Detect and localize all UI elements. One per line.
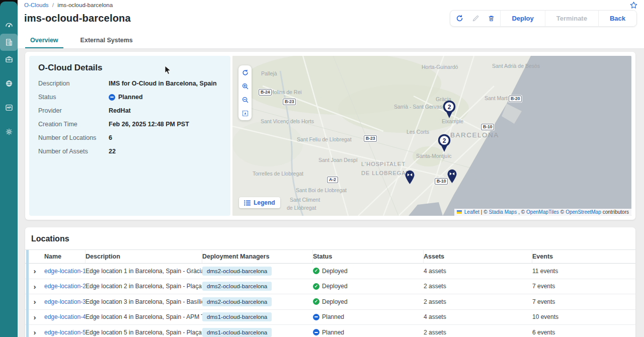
cell-status: Planned: [313, 313, 424, 320]
cell-assets: 2 assets: [424, 329, 532, 336]
cell-description: Edge location 1 in Barcelona, Spain - Gr…: [86, 268, 202, 275]
map-place-label: Les Corts: [407, 129, 429, 135]
map-zoom-in-icon[interactable]: [240, 81, 250, 91]
map-place-label: Sant Joan Despí: [318, 157, 358, 163]
cell-deployment-manager: dms2-ocloud-barcelona: [202, 297, 313, 306]
edit-pencil-icon[interactable]: [472, 15, 479, 22]
details-rows: DescriptionIMS for O-Cloud in Barcelona,…: [38, 80, 221, 155]
legend-button[interactable]: Legend: [239, 197, 280, 208]
deploy-button[interactable]: Deploy: [500, 11, 544, 26]
sidebar: [0, 2, 18, 337]
location-marker-pin[interactable]: [447, 169, 457, 186]
locations-table: Name Description Deployment Managers Sta…: [25, 249, 635, 337]
locations-card: Locations Name Description Deployment Ma…: [25, 227, 635, 337]
cluster-marker-pin[interactable]: 2: [442, 100, 456, 121]
map-place-label: DE LLOBREGAT: [361, 170, 410, 176]
detail-value: IMS for O-Cloud in Barcelona, Spain: [109, 80, 217, 87]
map-controls: [238, 65, 252, 120]
attribution-text: contributors: [603, 209, 629, 215]
details-title: O-Cloud Details: [38, 63, 221, 73]
detail-value: 22: [109, 148, 116, 155]
deployment-manager-chip[interactable]: dms1-ocloud-barcelona: [202, 312, 272, 321]
tab-overview[interactable]: Overview: [24, 33, 64, 48]
map-zoom-out-icon[interactable]: [240, 95, 250, 104]
detail-label: Number of Locations: [38, 134, 109, 141]
status-deployed-icon: [313, 298, 319, 305]
cluster-marker-pin[interactable]: 2: [437, 134, 451, 155]
detail-row: DescriptionIMS for O-Cloud in Barcelona,…: [38, 80, 221, 87]
sidebar-item-network[interactable]: [0, 75, 18, 92]
terminate-button[interactable]: Terminate: [545, 11, 598, 26]
refresh-icon[interactable]: [455, 14, 464, 23]
deployment-manager-chip[interactable]: dms2-ocloud-barcelona: [202, 267, 272, 276]
map-place-label: Sant Martí: [485, 95, 509, 101]
status-deployed-icon: [313, 268, 319, 274]
sidebar-item-o-clouds[interactable]: [0, 34, 18, 51]
road-badge: A-2: [327, 177, 338, 183]
location-name-link[interactable]: edge-location-1: [44, 268, 86, 275]
detail-value-text: IMS for O-Cloud in Barcelona, Spain: [109, 80, 217, 87]
map-place-label: Sant Climent: [290, 197, 320, 203]
sidebar-item-dashboard[interactable]: [0, 17, 18, 34]
back-button[interactable]: Back: [598, 11, 636, 26]
sidebar-item-monitoring[interactable]: [0, 99, 18, 116]
location-name-link[interactable]: edge-location-3: [44, 298, 86, 305]
map-terrain: [232, 56, 631, 216]
detail-value-text: RedHat: [109, 107, 131, 114]
cell-status: Deployed: [313, 268, 424, 275]
cell-assets: 4 assets: [424, 313, 532, 320]
map-fit-bounds-icon[interactable]: [240, 109, 250, 118]
leaflet-link[interactable]: Leaflet: [464, 209, 479, 215]
gauge-icon: [5, 21, 14, 30]
page-title: ims-ocloud-barcelona: [24, 13, 131, 24]
tab-external-systems[interactable]: External Systems: [74, 33, 139, 48]
ukraine-flag-icon: [457, 210, 462, 214]
detail-value-text: Planned: [118, 94, 143, 101]
cell-deployment-manager: dms1-ocloud-barcelona: [202, 328, 313, 337]
stadia-maps-link[interactable]: Stadia Maps: [489, 209, 517, 215]
sidebar-item-settings[interactable]: [0, 123, 18, 140]
detail-row: StatusPlanned: [38, 94, 221, 101]
status-text: Planned: [322, 313, 344, 320]
sidebar-item-workloads[interactable]: [0, 51, 18, 68]
status-planned-icon: [313, 329, 319, 335]
openmaptiles-link[interactable]: OpenMapTiles: [526, 209, 559, 215]
map-place-label: Pallejà: [261, 70, 277, 76]
cell-name: edge-location-5: [44, 329, 86, 336]
column-header-name: Name: [44, 250, 86, 263]
deployment-manager-chip[interactable]: dms2-ocloud-barcelona: [202, 282, 272, 291]
map-reset-icon[interactable]: [240, 68, 250, 77]
briefcase-icon: [5, 55, 14, 64]
map-place-label: de Llobregat: [287, 205, 316, 211]
table-body: ›edge-location-1Edge location 1 in Barce…: [25, 264, 635, 337]
cell-description: Edge location 5 in Barcelona, Spain - Pl…: [86, 329, 202, 336]
breadcrumb-root-link[interactable]: O-Clouds: [24, 2, 49, 8]
status-text: Deployed: [322, 298, 348, 305]
cell-status: Deployed: [313, 283, 424, 290]
map[interactable]: PallejàMolins de ReiSant Vicenç dels Hor…: [232, 56, 631, 216]
openstreetmap-link[interactable]: OpenStreetMap: [566, 209, 601, 215]
column-header-deployment-managers: Deployment Managers: [202, 250, 313, 263]
detail-value: 6: [109, 134, 112, 141]
map-place-label: Molins de Rei: [270, 89, 302, 95]
location-name-link[interactable]: edge-location-4: [44, 313, 86, 320]
building-icon: [5, 38, 14, 47]
location-name-link[interactable]: edge-location-2: [44, 283, 86, 290]
delete-trash-icon[interactable]: [488, 15, 495, 22]
cell-name: edge-location-4: [44, 313, 86, 320]
map-place-label: L'HOSPITALET: [361, 161, 406, 167]
cell-description: Edge location 2 in Barcelona, Spain - Pl…: [86, 283, 202, 290]
road-badge: B-23: [283, 99, 296, 105]
location-name-link[interactable]: edge-location-5: [44, 329, 86, 336]
cell-events: 10 events: [532, 313, 635, 320]
detail-value: RedHat: [109, 107, 131, 114]
deployment-manager-chip[interactable]: dms1-ocloud-barcelona: [202, 328, 272, 337]
location-marker-pin[interactable]: [405, 170, 415, 187]
detail-row: ProviderRedHat: [38, 107, 221, 114]
status-planned-icon: [313, 314, 319, 320]
deployment-manager-chip[interactable]: dms2-ocloud-barcelona: [202, 297, 272, 306]
legend-label: Legend: [254, 199, 275, 206]
tab-bar: Overview External Systems: [24, 33, 139, 48]
svg-text:2: 2: [448, 104, 451, 111]
road-badge: B-10: [435, 178, 448, 185]
